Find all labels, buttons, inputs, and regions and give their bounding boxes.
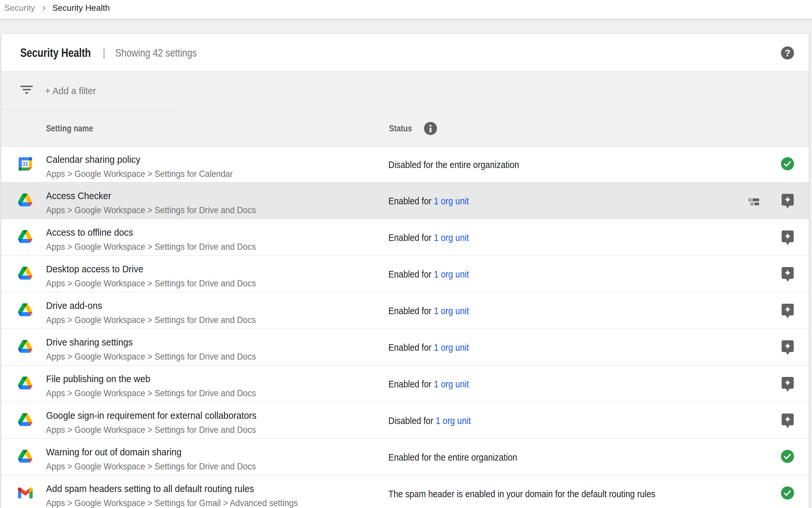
svg-text:31: 31 — [22, 161, 28, 167]
